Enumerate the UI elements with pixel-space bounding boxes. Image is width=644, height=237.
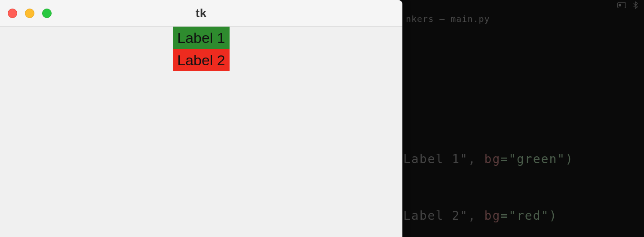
code-string-fragment: ="red") — [500, 209, 557, 223]
bluetooth-icon[interactable] — [631, 2, 640, 9]
code-string-fragment: Label 2", — [403, 209, 485, 223]
code-editor-content[interactable]: Label 1", bg="green") Label 2", bg="red"… — [403, 150, 573, 237]
background-editor-window: nkers — main.py Label 1", bg="green") La… — [402, 0, 644, 237]
window-titlebar[interactable]: tk — [0, 0, 402, 27]
code-kwarg: bg — [485, 152, 501, 166]
close-button[interactable] — [8, 9, 17, 18]
editor-tab-filename: nkers — main.py — [406, 14, 490, 24]
tk-application-window: tk Label 1 Label 2 — [0, 0, 402, 237]
tk-label-1: Label 1 — [173, 27, 230, 49]
window-title: tk — [196, 6, 207, 20]
macos-menubar-icons — [617, 2, 640, 9]
code-line: Label 1", bg="green") — [403, 150, 573, 168]
window-traffic-lights — [8, 9, 52, 18]
code-line: Label 2", bg="red") — [403, 207, 573, 225]
code-kwarg: bg — [485, 209, 501, 223]
tk-label-2: Label 2 — [173, 49, 230, 71]
code-string-fragment: ="green") — [500, 152, 573, 166]
svg-point-1 — [619, 4, 621, 6]
tk-window-body: Label 1 Label 2 — [0, 27, 402, 237]
minimize-button[interactable] — [25, 9, 34, 18]
maximize-button[interactable] — [42, 9, 52, 18]
code-string-fragment: Label 1", — [403, 152, 485, 166]
control-center-icon[interactable] — [617, 2, 626, 9]
